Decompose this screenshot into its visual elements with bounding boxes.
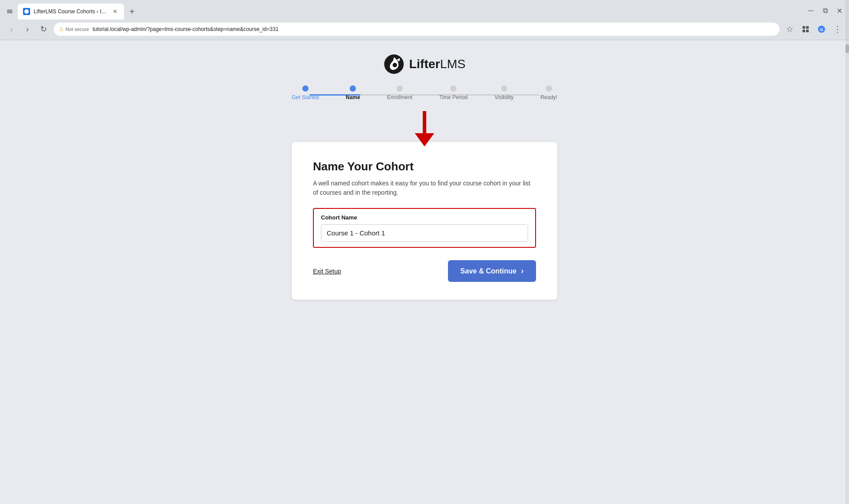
warning-icon: ⚠: [59, 26, 64, 32]
svg-point-8: [393, 63, 397, 67]
card-footer: Exit Setup Save & Continue ›: [313, 260, 536, 282]
step-label-get-started: Get Started: [292, 94, 319, 100]
exit-setup-link[interactable]: Exit Setup: [313, 268, 341, 275]
step-dot-enrollment: [397, 85, 403, 92]
step-visibility[interactable]: Visibility: [494, 85, 513, 100]
browser-chrome: LifterLMS Course Cohorts ‹ tuto... ✕ + ─…: [0, 0, 849, 40]
step-label-enrollment: Enrollment: [387, 94, 412, 100]
step-dot-time-period: [450, 85, 456, 92]
step-ready[interactable]: Ready!: [540, 85, 557, 100]
cohort-name-input[interactable]: [321, 224, 528, 242]
scrollbar-track[interactable]: [845, 0, 849, 504]
chevron-right-icon: ›: [521, 266, 524, 276]
cohort-name-label: Cohort Name: [321, 214, 528, 221]
lifterlms-logo-icon: [383, 54, 405, 75]
tab-title: LifterLMS Course Cohorts ‹ tuto...: [34, 8, 108, 15]
new-tab-button[interactable]: +: [126, 5, 138, 18]
svg-rect-2: [806, 26, 809, 29]
tab-close-button[interactable]: ✕: [112, 8, 119, 15]
scrollbar-thumb[interactable]: [845, 44, 849, 53]
step-dot-ready: [546, 85, 552, 92]
arrow-shaft: [423, 111, 426, 133]
close-button[interactable]: ✕: [833, 4, 845, 17]
steps-container: Get Started Name Enrollment Time Period …: [292, 85, 557, 100]
active-tab[interactable]: LifterLMS Course Cohorts ‹ tuto... ✕: [18, 4, 124, 19]
tab-bar: LifterLMS Course Cohorts ‹ tuto... ✕ + ─…: [0, 0, 849, 19]
svg-rect-1: [803, 26, 805, 29]
red-arrow: [415, 111, 434, 146]
extensions-button[interactable]: [799, 23, 812, 35]
svg-point-0: [24, 9, 29, 14]
address-text: tutorial.local/wp-admin/?page=lms-course…: [93, 26, 774, 32]
address-bar: ‹ › ↻ ⚠ Not secure tutorial.local/wp-adm…: [0, 19, 849, 40]
minimize-button[interactable]: ─: [805, 4, 817, 17]
step-label-ready: Ready!: [540, 94, 557, 100]
step-enrollment[interactable]: Enrollment: [387, 85, 412, 100]
main-card: Name Your Cohort A well named cohort mak…: [292, 142, 557, 300]
cohort-name-field-container: Cohort Name: [313, 208, 536, 248]
svg-text:G: G: [820, 27, 823, 32]
profile-button[interactable]: G: [815, 23, 828, 35]
step-get-started[interactable]: Get Started: [292, 85, 319, 100]
tab-favicon: [23, 8, 30, 15]
reload-button[interactable]: ↻: [37, 23, 50, 35]
forward-button[interactable]: ›: [21, 23, 34, 35]
arrow-annotation: [292, 111, 557, 146]
step-label-time-period: Time Period: [439, 94, 467, 100]
step-dot-visibility: [501, 85, 507, 92]
security-badge: ⚠ Not secure: [59, 26, 89, 32]
step-label-visibility: Visibility: [494, 94, 513, 100]
page-content: LifterLMS Get Started Name Enrollment Ti…: [0, 40, 849, 504]
window-controls: ─ ⧉ ✕: [805, 4, 845, 19]
step-time-period[interactable]: Time Period: [439, 85, 467, 100]
card-description: A well named cohort makes it easy for yo…: [313, 179, 536, 197]
tab-list-button[interactable]: [4, 5, 16, 18]
restore-button[interactable]: ⧉: [819, 4, 831, 17]
step-name[interactable]: Name: [346, 85, 360, 100]
back-button[interactable]: ‹: [5, 23, 18, 35]
step-dot-get-started: [302, 85, 309, 92]
chrome-menu-button[interactable]: ⋮: [831, 23, 844, 35]
arrow-head: [415, 133, 434, 146]
address-input-wrap[interactable]: ⚠ Not secure tutorial.local/wp-admin/?pa…: [53, 22, 780, 36]
logo-lms: LMS: [440, 57, 466, 71]
logo-text: LifterLMS: [409, 57, 466, 71]
security-label: Not secure: [66, 27, 89, 32]
save-continue-button[interactable]: Save & Continue ›: [448, 260, 536, 282]
bookmark-button[interactable]: ☆: [783, 23, 796, 35]
step-label-name: Name: [346, 94, 360, 100]
step-dot-name: [350, 85, 356, 92]
svg-rect-3: [803, 30, 805, 32]
svg-rect-4: [806, 30, 809, 32]
logo-area: LifterLMS: [383, 54, 466, 75]
steps-list: Get Started Name Enrollment Time Period …: [292, 85, 557, 100]
save-continue-label: Save & Continue: [460, 267, 517, 275]
logo-lifter: Lifter: [409, 57, 440, 71]
card-title: Name Your Cohort: [313, 160, 536, 173]
